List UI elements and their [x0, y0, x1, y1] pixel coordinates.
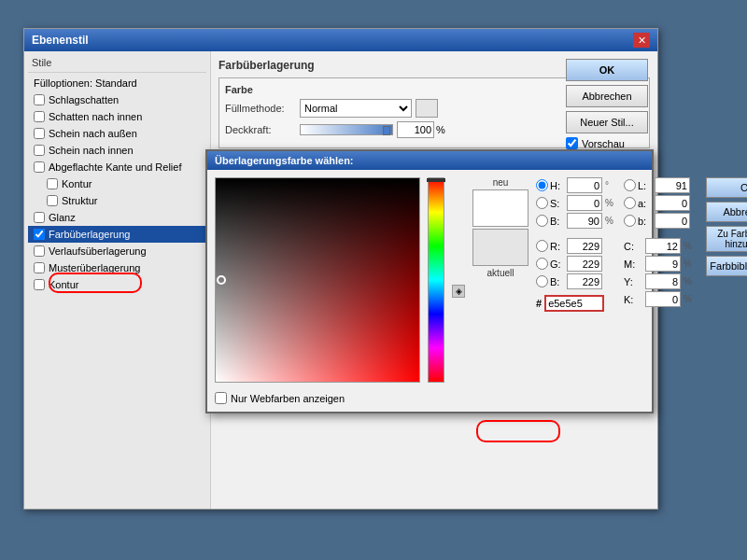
- sidebar-item-kontur2[interactable]: Kontur: [28, 276, 206, 293]
- main-dialog-close-button[interactable]: ✕: [633, 33, 650, 48]
- left-panel: Stile Fülloptionen: Standard Schlagschat…: [24, 51, 211, 509]
- buttons-panel: OK Abbrechen Neuer Stil... Vorschau: [566, 59, 650, 149]
- struktur-checkbox[interactable]: [47, 195, 58, 206]
- muster-checkbox[interactable]: [34, 262, 45, 273]
- M-unit: %: [684, 259, 695, 269]
- opacity-label: Deckkraft:: [225, 124, 300, 135]
- R-radio[interactable]: [536, 240, 548, 252]
- B-unit: %: [605, 216, 616, 226]
- B-radio[interactable]: [536, 215, 548, 227]
- glanz-checkbox[interactable]: [34, 212, 45, 223]
- H-input[interactable]: [567, 177, 602, 193]
- K-label: K:: [624, 294, 642, 305]
- opacity-slider[interactable]: [300, 124, 393, 135]
- sidebar-item-abgeflacht[interactable]: Abgeflachte Kante und Relief: [28, 159, 206, 175]
- K-input[interactable]: [645, 291, 681, 307]
- R-input[interactable]: [567, 238, 602, 254]
- L-radio-label: L:: [624, 179, 652, 191]
- H-unit: °: [605, 180, 616, 190]
- gradient-picker[interactable]: [215, 177, 420, 383]
- verlauf-checkbox[interactable]: [34, 245, 45, 257]
- hex-input[interactable]: [544, 295, 604, 312]
- color-swatch[interactable]: [416, 99, 438, 118]
- webcolors-label: Nur Webfarben anzeigen: [231, 393, 345, 404]
- farbuberlagerung-checkbox[interactable]: [34, 229, 45, 240]
- hex-prefix: #: [536, 298, 542, 309]
- G-input[interactable]: [567, 256, 602, 272]
- sidebar-item-schatten-innen[interactable]: Schatten nach innen: [28, 108, 206, 125]
- left-color-fields: H: ° S: % B: %: [536, 177, 616, 404]
- b-radio-label: b:: [624, 215, 652, 227]
- L-row: L:: [624, 177, 695, 193]
- abgeflacht-checkbox[interactable]: [34, 161, 45, 173]
- cancel-button[interactable]: Abbrechen: [566, 85, 648, 107]
- lightness-icon[interactable]: ◈: [452, 285, 465, 298]
- schein-innen-checkbox[interactable]: [34, 145, 45, 156]
- webcolors-checkbox[interactable]: [215, 392, 227, 404]
- H-radio[interactable]: [536, 179, 548, 191]
- L-radio[interactable]: [624, 179, 636, 191]
- K-row: K: %: [624, 291, 695, 307]
- B-input[interactable]: [567, 213, 602, 229]
- color-dialog: Überlagerungsfarbe wählen: Nur Webfarben…: [205, 149, 654, 413]
- hue-slider[interactable]: [428, 177, 444, 383]
- S-radio[interactable]: [536, 197, 548, 209]
- color-libraries-button[interactable]: Farbbibliotheken: [706, 256, 747, 276]
- new-style-button[interactable]: Neuer Stil...: [566, 111, 648, 133]
- B2-input[interactable]: [567, 273, 602, 289]
- new-label: neu: [493, 177, 509, 188]
- add-to-swatches-button[interactable]: Zu Farbfeldern hinzufügen: [706, 226, 747, 252]
- sidebar-item-kontur1[interactable]: Kontur: [28, 175, 206, 192]
- fillmethod-select[interactable]: Normal: [300, 99, 412, 118]
- H-radio-label: H:: [536, 179, 564, 191]
- fillmethod-label: Füllmethode:: [225, 103, 300, 114]
- G-radio-label: G:: [536, 258, 564, 270]
- sidebar-item-muster[interactable]: Musterüberlagerung: [28, 259, 206, 276]
- S-input[interactable]: [567, 195, 602, 211]
- S-row: S: %: [536, 195, 616, 211]
- sidebar-item-fuelloption[interactable]: Fülloptionen: Standard: [28, 75, 206, 91]
- sidebar-item-glanz[interactable]: Glanz: [28, 209, 206, 226]
- sidebar-item-schein-innen[interactable]: Schein nach innen: [28, 142, 206, 159]
- webcolors-row: Nur Webfarben anzeigen: [215, 392, 420, 404]
- sidebar-item-kontur1-label: Kontur: [62, 178, 92, 189]
- opacity-input[interactable]: [397, 121, 434, 138]
- Y-input[interactable]: [645, 273, 681, 289]
- sidebar-item-kontur2-label: Kontur: [49, 279, 78, 290]
- a-radio[interactable]: [624, 197, 636, 209]
- kontur1-checkbox[interactable]: [47, 178, 58, 189]
- B2-radio[interactable]: [536, 275, 548, 287]
- schein-aussen-checkbox[interactable]: [34, 128, 45, 139]
- a-input[interactable]: [655, 195, 690, 211]
- B2-radio-label: B:: [536, 275, 564, 287]
- sidebar-item-muster-label: Musterüberlagerung: [49, 262, 140, 273]
- L-input[interactable]: [655, 177, 690, 193]
- R-row: R:: [536, 238, 616, 254]
- current-label: aktuell: [487, 268, 514, 278]
- G-radio[interactable]: [536, 258, 548, 270]
- schatten-innen-checkbox[interactable]: [34, 111, 45, 122]
- a-radio-label: a:: [624, 197, 652, 209]
- M-input[interactable]: [645, 256, 681, 272]
- color-ok-button[interactable]: OK: [706, 177, 747, 198]
- sidebar-item-schein-aussen[interactable]: Schein nach außen: [28, 125, 206, 142]
- hex-row: #: [536, 295, 616, 312]
- b-radio[interactable]: [624, 215, 636, 227]
- sidebar-item-verlauf[interactable]: Verlaufsüberlagerung: [28, 243, 206, 259]
- G-row: G:: [536, 256, 616, 272]
- sidebar-item-farbuberlagerung[interactable]: Farbüberlagerung: [28, 226, 206, 243]
- sidebar-item-schlagschatten[interactable]: Schlagschatten: [28, 91, 206, 108]
- color-cancel-button[interactable]: Abbrechen: [706, 202, 747, 222]
- sidebar-item-struktur[interactable]: Struktur: [28, 192, 206, 209]
- preview-checkbox[interactable]: [566, 137, 578, 149]
- B-row: B: %: [536, 213, 616, 229]
- divider: [28, 72, 206, 73]
- kontur2-checkbox[interactable]: [34, 279, 45, 290]
- S-radio-label: S:: [536, 197, 564, 209]
- schlagschatten-checkbox[interactable]: [34, 94, 45, 105]
- sidebar-item-fuelloption-label: Fülloptionen: Standard: [34, 77, 137, 89]
- b-input[interactable]: [655, 213, 690, 229]
- ok-button[interactable]: OK: [566, 59, 648, 81]
- C-input[interactable]: [645, 238, 681, 254]
- opacity-slider-thumb[interactable]: [383, 126, 390, 135]
